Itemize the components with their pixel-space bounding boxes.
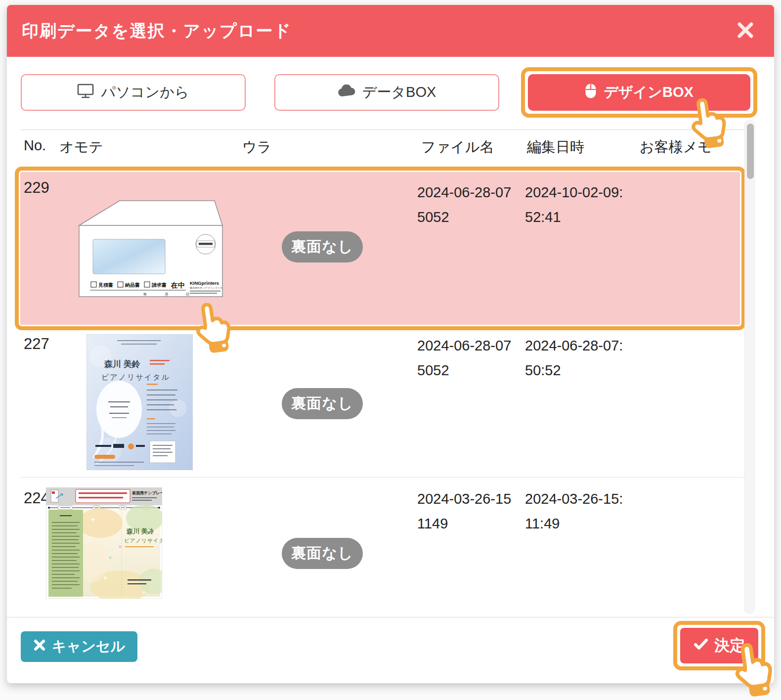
column-header-back: ウラ (242, 137, 271, 157)
design-box-highlight: デザインBOX (521, 67, 757, 118)
envelope-checkbox-label: 見積書 (98, 282, 113, 288)
no-backside-badge: 裏面なし (282, 538, 363, 569)
column-header-memo: お客様メモ (640, 137, 712, 157)
scrollbar-thumb[interactable] (747, 124, 754, 179)
cancel-label: キャンセル (52, 637, 125, 656)
column-header-edited: 編集日時 (527, 137, 584, 157)
monitor-icon (77, 84, 94, 102)
close-button[interactable] (734, 19, 757, 43)
confirm-label: 決定 (714, 635, 745, 656)
no-backside-badge: 裏面なし (282, 388, 363, 419)
row-number: 227 (24, 335, 49, 353)
tab-design-box[interactable]: デザインBOX (528, 74, 750, 111)
tab-data-box[interactable]: データBOX (274, 74, 499, 111)
scrollbar-track[interactable] (744, 120, 755, 614)
envelope-brand: KINGprinters (190, 280, 219, 286)
flyer-title: 森川 美鈴 (104, 359, 141, 369)
edited-at: 2024-10-02-09:52:41 (525, 180, 630, 230)
row-divider (21, 477, 744, 478)
cancel-button[interactable]: キャンセル (21, 631, 137, 662)
row-number: 224 (24, 489, 49, 507)
footer-divider (7, 617, 774, 617)
cloud-icon (338, 85, 355, 101)
flyer-subtitle: ピアノリサイタル (124, 537, 162, 543)
flyer-blue-thumbnail: 森川 美鈴 ピアノリサイタル (87, 334, 193, 472)
flyer-subtitle: ピアノリサイタル (101, 373, 170, 381)
file-name: 2024-06-28-075052 (417, 180, 512, 230)
column-header-filename: ファイル名 (421, 137, 494, 157)
check-icon (694, 637, 708, 655)
row-number: 229 (24, 179, 49, 197)
no-backside-badge: 裏面なし (282, 231, 363, 262)
tab-label: デザインBOX (604, 83, 694, 102)
close-icon (736, 34, 755, 42)
dialog-header: 印刷データを選択・アップロード (7, 5, 774, 57)
envelope-checkbox-label: 納品書 (125, 282, 140, 288)
flyer-green-thumbnail: 表面用テンプレート (46, 487, 162, 601)
tab-from-pc[interactable]: パソコンから (21, 74, 246, 111)
edited-at: 2024-03-26-15:11:49 (525, 487, 630, 536)
flyer-title: 森川 美鈴 (126, 527, 154, 535)
table-header-divider (21, 130, 744, 130)
confirm-highlight: 決定 (673, 621, 765, 670)
file-name: 2024-03-26-151149 (417, 487, 512, 536)
x-icon (33, 639, 46, 655)
mouse-icon (585, 83, 597, 102)
column-header-no: No. (24, 137, 46, 154)
envelope-thumbnail: 見積書 納品書 請求書 在中 年 月 日 KINGprinters 株式会社キン… (74, 198, 227, 302)
dialog-title: 印刷データを選択・アップロード (22, 5, 292, 57)
page: 印刷データを選択・アップロード パソコンから (0, 0, 781, 700)
upload-dialog: 印刷データを選択・アップロード パソコンから (7, 5, 774, 683)
envelope-company: 株式会社キングプリンターズ (189, 286, 223, 289)
file-name: 2024-06-28-075052 (417, 334, 512, 383)
confirm-button[interactable]: 決定 (680, 628, 758, 663)
column-header-front: オモテ (59, 137, 103, 157)
edited-at: 2024-06-28-07:50:52 (525, 334, 630, 383)
envelope-checkbox-label: 請求書 (151, 282, 167, 288)
template-header-label: 表面用テンプレート (131, 490, 162, 495)
tab-label: パソコンから (101, 83, 189, 102)
tab-label: データBOX (362, 83, 436, 102)
envelope-enclosed-label: 在中 (171, 281, 185, 289)
envelope-date-line: 年 月 日 (143, 292, 197, 297)
